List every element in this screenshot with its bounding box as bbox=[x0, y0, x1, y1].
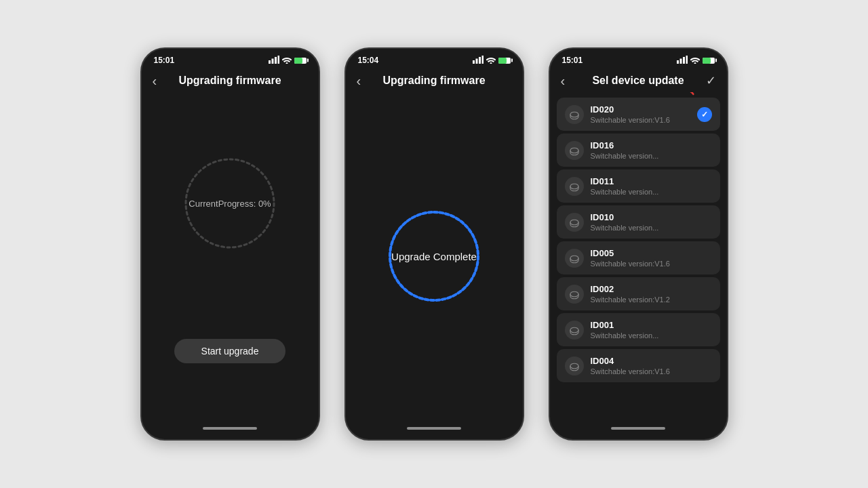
device-info: ID016 Switchable version... bbox=[591, 140, 712, 160]
status-bar-3: 15:01 bbox=[550, 49, 727, 69]
status-icons-3 bbox=[677, 56, 715, 65]
nav-bar-1: ‹ Upgrading firmware bbox=[142, 69, 319, 92]
svg-point-16 bbox=[570, 112, 578, 117]
nav-title-3: Sel device update bbox=[592, 75, 684, 87]
device-icon bbox=[565, 177, 584, 196]
wifi-icon-2 bbox=[486, 56, 496, 65]
device-icon bbox=[565, 213, 584, 232]
progress-text-1: CurrentProgress: 0% bbox=[189, 199, 271, 209]
nav-bar-2: ‹ Upgrading firmware bbox=[346, 69, 523, 92]
device-version: Switchable version... bbox=[591, 224, 712, 232]
svg-rect-0 bbox=[269, 60, 271, 64]
svg-rect-12 bbox=[679, 59, 682, 64]
device-info: ID010 Switchable version... bbox=[591, 212, 712, 232]
device-item[interactable]: ID010 Switchable version... bbox=[557, 205, 720, 239]
device-info: ID005 Switchable version:V1.6 bbox=[591, 248, 712, 268]
device-icon bbox=[565, 357, 584, 375]
bottom-bar-3 bbox=[550, 420, 727, 439]
device-info: ID020 Switchable version:V1.6 bbox=[591, 104, 690, 124]
svg-rect-7 bbox=[479, 57, 481, 64]
progress-text-2: Upgrade Complete bbox=[391, 251, 477, 262]
signal-bars-icon bbox=[269, 56, 279, 65]
svg-point-21 bbox=[570, 291, 578, 297]
wifi-icon bbox=[282, 56, 292, 65]
device-icon bbox=[565, 321, 584, 340]
battery-icon bbox=[294, 58, 307, 64]
screen-content-1: CurrentProgress: 0% Start upgrade bbox=[142, 92, 319, 420]
svg-rect-8 bbox=[481, 56, 484, 64]
home-indicator-1 bbox=[203, 427, 257, 430]
device-id: ID010 bbox=[591, 212, 712, 222]
device-id: ID020 bbox=[591, 104, 690, 115]
device-version: Switchable version:V1.6 bbox=[591, 367, 712, 375]
status-bar-1: 15:01 bbox=[142, 49, 319, 69]
start-upgrade-button[interactable]: Start upgrade bbox=[174, 339, 286, 363]
svg-point-20 bbox=[570, 256, 578, 261]
phone-3: 15:01 ‹ Sel device update ✓ bbox=[549, 47, 728, 441]
device-item[interactable]: ID002 Switchable version:V1.2 bbox=[557, 277, 720, 310]
device-version: Switchable version:V1.6 bbox=[591, 260, 712, 268]
device-item[interactable]: ID011 Switchable version... bbox=[557, 169, 720, 203]
device-id: ID001 bbox=[591, 320, 712, 330]
screen-content-2: Upgrade Complete bbox=[346, 92, 523, 420]
device-id: ID011 bbox=[591, 176, 712, 186]
nav-bar-3: ‹ Sel device update ✓ bbox=[550, 69, 727, 92]
device-icon bbox=[565, 285, 584, 304]
device-item[interactable]: ID016 Switchable version... bbox=[557, 134, 720, 167]
device-id: ID016 bbox=[591, 140, 712, 150]
svg-rect-14 bbox=[686, 56, 688, 64]
device-item[interactable]: ID001 Switchable version... bbox=[557, 313, 720, 346]
confirm-button-3[interactable]: ✓ bbox=[706, 73, 716, 88]
svg-rect-1 bbox=[271, 59, 273, 64]
device-item[interactable]: ID004 Switchable version:V1.6 bbox=[557, 349, 720, 382]
nav-title-2: Upgrading firmware bbox=[382, 75, 485, 87]
device-version: Switchable version:V1.6 bbox=[591, 116, 690, 124]
device-id: ID002 bbox=[591, 284, 712, 294]
back-button-3[interactable]: ‹ bbox=[561, 73, 566, 89]
back-button-1[interactable]: ‹ bbox=[153, 73, 157, 89]
battery-icon-3 bbox=[703, 58, 715, 64]
svg-point-23 bbox=[570, 363, 578, 369]
svg-point-17 bbox=[570, 148, 578, 153]
svg-rect-3 bbox=[277, 56, 279, 64]
selected-check-badge bbox=[697, 107, 712, 122]
wifi-icon-3 bbox=[690, 56, 700, 65]
svg-rect-11 bbox=[677, 60, 679, 64]
status-icons-2 bbox=[473, 56, 511, 65]
device-version: Switchable version... bbox=[591, 152, 712, 160]
svg-point-22 bbox=[570, 327, 578, 333]
time-3: 15:01 bbox=[562, 56, 583, 65]
svg-point-19 bbox=[570, 220, 578, 225]
device-id: ID004 bbox=[591, 356, 712, 366]
nav-title-1: Upgrading firmware bbox=[178, 75, 281, 87]
progress-ring-1: CurrentProgress: 0% bbox=[176, 149, 284, 258]
device-info: ID004 Switchable version:V1.6 bbox=[591, 356, 712, 375]
battery-icon-2 bbox=[498, 58, 511, 64]
device-version: Switchable version... bbox=[591, 188, 712, 196]
bottom-bar-1 bbox=[142, 420, 319, 439]
bottom-bar-2 bbox=[346, 420, 523, 439]
status-icons-1 bbox=[269, 56, 307, 65]
signal-bars-icon-3 bbox=[677, 56, 688, 65]
phone-2: 15:04 ‹ Upgrading firmware Upgrade Compl bbox=[344, 47, 524, 441]
home-indicator-2 bbox=[407, 427, 461, 430]
device-list: ID020 Switchable version:V1.6 ID016 Swit… bbox=[550, 92, 727, 420]
phone-1: 15:01 ‹ Upgrading firmware CurrentProgre… bbox=[140, 47, 320, 441]
time-1: 15:01 bbox=[154, 56, 175, 65]
device-info: ID011 Switchable version... bbox=[591, 176, 712, 196]
status-bar-2: 15:04 bbox=[346, 49, 523, 69]
device-icon bbox=[565, 141, 584, 160]
progress-ring-2: Upgrade Complete bbox=[380, 202, 488, 310]
device-item[interactable]: ID005 Switchable version:V1.6 bbox=[557, 241, 720, 274]
device-version: Switchable version:V1.2 bbox=[591, 296, 712, 304]
svg-rect-13 bbox=[683, 57, 685, 64]
signal-bars-icon-2 bbox=[473, 56, 484, 65]
device-item[interactable]: ID020 Switchable version:V1.6 bbox=[557, 98, 720, 131]
device-id: ID005 bbox=[591, 248, 712, 258]
time-2: 15:04 bbox=[358, 56, 379, 65]
svg-point-18 bbox=[570, 184, 578, 189]
device-info: ID002 Switchable version:V1.2 bbox=[591, 284, 712, 304]
device-icon bbox=[565, 249, 584, 268]
back-button-2[interactable]: ‹ bbox=[357, 73, 361, 89]
svg-rect-2 bbox=[275, 57, 277, 64]
